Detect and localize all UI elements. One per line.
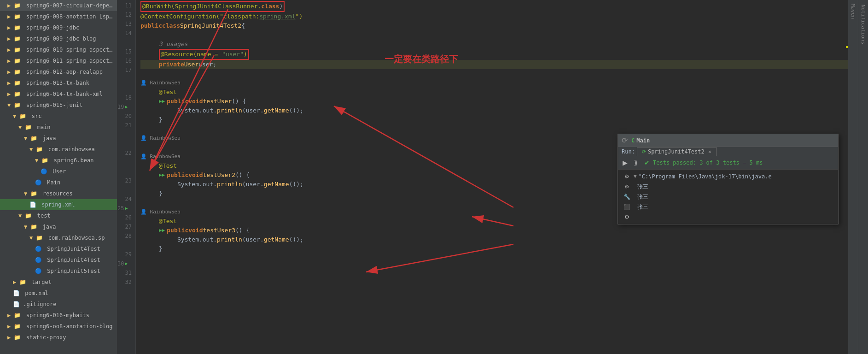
run-panel-toolbar: ▶ ⟫ ✔ Tests passed: 3 of 3 tests – 5 ms [618, 156, 838, 170]
folder-icon: ▼ 📁 [18, 212, 32, 219]
sidebar-item-user[interactable]: 🔵 User [0, 166, 117, 177]
folder-icon: ▼ 📁 [13, 113, 26, 119]
sidebar-item-spring-oo8[interactable]: ▶ 📁 spring6-oo8-anotation-blog [0, 321, 117, 332]
run-label: Run: [620, 148, 637, 156]
sidebar-item-springjunit4test2[interactable]: 🔵 SpringJunit4Test [0, 254, 117, 266]
folder-icon: ▼ 📁 [24, 135, 37, 142]
file-tree[interactable]: ▶ 📁 spring6-007-circular-depender ▶ 📁 sp… [0, 0, 117, 354]
code-line-30: ▶▶ public void testUser3() { [140, 226, 848, 235]
run-output: ⚙ ▼ "C:\Program Files\Java\jdk-17\bin\ja… [618, 170, 838, 224]
output-settings-btn[interactable]: ⚙ [622, 171, 632, 182]
sidebar-item-main[interactable]: ▼ 📁 main [0, 122, 117, 133]
sidebar-item-target[interactable]: ▶ 📁 target [0, 277, 117, 288]
sidebar-item-spring6bean[interactable]: ▼ 📁 spring6.bean [0, 155, 117, 166]
sidebar-item-test[interactable]: ▼ 📁 test [0, 210, 117, 221]
run-icon: ⟳ [622, 136, 628, 145]
sidebar-item-spring016[interactable]: ▶ 📁 spring6-016-mybaits [0, 310, 117, 321]
sidebar-item-spring008[interactable]: ▶ 📁 spring6-008-anotation [spring6 [0, 11, 117, 22]
code-container: 11 12 13 14 · 15 16 17 · · 18 19▶ 20 21 … [117, 0, 848, 354]
folder-icon: ▶ 📁 [7, 312, 21, 319]
run-panel-header: ⟳ C Main [618, 134, 838, 147]
output-tools-btn[interactable]: 🔧 [622, 192, 632, 202]
run-gutter-icon-2[interactable]: ▶▶ [159, 171, 165, 180]
folder-icon: ▶ 📁 [7, 91, 21, 97]
maven-panel[interactable]: Maven [848, 0, 858, 354]
code-line-15: @Resource(name = "user") [140, 49, 848, 60]
code-usages: 3 usages [140, 40, 848, 49]
code-editor[interactable]: @RunWith(SpringJUnit4ClassRunner.class) … [136, 0, 848, 354]
folder-icon: ▼ 📁 [24, 190, 37, 197]
sidebar-item-gitignore[interactable]: 📄 .gitignore [0, 299, 117, 310]
sidebar-item-static-proxy[interactable]: ▶ 📁 static-proxy [0, 332, 117, 343]
code-line-20: System.out.println(user.getName()); [140, 106, 848, 115]
code-line-16: private User user; [140, 60, 848, 69]
code-line-18: @Test [140, 88, 848, 97]
sidebar-item-spring013[interactable]: ▶ 📁 spring6-013-tx-bank [0, 77, 117, 88]
run-gutter-icon-3[interactable]: ▶▶ [159, 226, 165, 235]
sidebar-item-spring010[interactable]: ▶ 📁 spring6-010-spring-aspectj-ao [0, 44, 117, 55]
sidebar-item-resources[interactable]: ▼ 📁 resources [0, 188, 117, 199]
line-numbers: 11 12 13 14 · 15 16 17 · · 18 19▶ 20 21 … [117, 0, 136, 354]
sidebar-item-spring009-blog[interactable]: ▶ 📁 spring6-009-jdbc-blog [0, 33, 117, 44]
code-line-19: ▶▶ public void testUser() { [140, 97, 848, 106]
run-gutter-icon[interactable]: ▶▶ [159, 97, 165, 106]
folder-icon: ▶ 📁 [13, 279, 26, 285]
code-line-22 [140, 124, 848, 134]
run-panel-title: C Main [631, 137, 650, 144]
sidebar-item-springjunit5test[interactable]: 🔵 SpringJunit5Test [0, 266, 117, 277]
sidebar-item-src[interactable]: ▼ 📁 src [0, 111, 117, 122]
notifications-label: Notifications [860, 5, 866, 44]
code-line-13: public class SpringJunit4Test2 { [140, 21, 848, 30]
maven-label: Maven [850, 4, 856, 19]
xml-icon: 📄 [29, 201, 36, 208]
sidebar-item-spring011[interactable]: ▶ 📁 spring6-011-spring-aspectj-ao [0, 55, 117, 66]
xml-icon: 📄 [13, 290, 20, 296]
notifications-panel[interactable]: Notifications [858, 0, 868, 354]
folder-icon: ▶ 📁 [7, 58, 21, 64]
code-line-21: } [140, 115, 848, 124]
sidebar-item-com-rainbowsea-sp[interactable]: ▼ 📁 com.rainbowsea.sp [0, 232, 117, 243]
folder-icon: ▶ 📁 [7, 35, 21, 42]
run-button[interactable]: ▶ [620, 158, 630, 168]
run-tab-springjunit4test2[interactable]: ⟳ SpringJunit4Test2 ✕ [637, 147, 717, 156]
folder-icon: ▼ 📁 [24, 224, 37, 230]
folder-icon: ▶ 📁 [7, 334, 21, 341]
folder-icon: ▶ 📁 [7, 13, 21, 20]
sidebar-item-spring007[interactable]: ▶ 📁 spring6-007-circular-depender [0, 0, 117, 11]
code-line-14 [140, 30, 848, 40]
sidebar-item-main-class[interactable]: 🔵 Main [0, 177, 117, 188]
sidebar-item-springxml[interactable]: 📄 spring.xml [0, 199, 117, 210]
folder-icon: ▼ 📁 [29, 146, 43, 153]
rainbowsea-comment-1: 👤 RainbowSea [140, 78, 848, 88]
folder-icon: ▼ 📁 [29, 235, 43, 241]
folder-icon: ▶ 📁 [7, 323, 21, 330]
sidebar-item-java[interactable]: ▼ 📁 java [0, 133, 117, 144]
sidebar-item-spring014[interactable]: ▶ 📁 spring6-014-tx-bank-xml [0, 88, 117, 100]
code-line-17 [140, 69, 848, 78]
java-icon: 🔵 [35, 179, 42, 186]
folder-icon: ▶ 📁 [7, 80, 21, 86]
sidebar-item-spring012[interactable]: ▶ 📁 spring6-012-aop-realapp [0, 66, 117, 77]
editor-area: 11 12 13 14 · 15 16 17 · · 18 19▶ 20 21 … [117, 0, 848, 354]
java-icon: 🔵 [35, 246, 42, 252]
sidebar-item-springjunit4test1[interactable]: 🔵 SpringJunit4Test [0, 243, 117, 254]
output-stop-btn[interactable]: ⬛ [622, 202, 632, 212]
output-extra-btn[interactable]: ⚙ [622, 212, 632, 222]
folder-icon: ▶ 📁 [7, 69, 21, 75]
code-line-31: System.out.println(user.getName()); [140, 235, 848, 244]
sidebar-item-pomxml[interactable]: 📄 pom.xml [0, 288, 117, 299]
status-text: Tests passed: 3 of 3 tests – 5 ms [653, 159, 763, 166]
folder-icon: ▶ 📁 [7, 47, 21, 53]
tests-passed-check: ✔ [642, 158, 652, 168]
sidebar-item-spring009[interactable]: ▶ 📁 spring6-009-jdbc [0, 22, 117, 33]
folder-icon: ▼ 📁 [7, 102, 21, 108]
yellow-marker [846, 46, 848, 48]
rerun-button[interactable]: ⟫ [631, 158, 641, 168]
output-config-btn[interactable]: ⚙ [622, 182, 632, 192]
java-icon: 🔵 [41, 168, 47, 175]
code-line-32: } [140, 244, 848, 254]
sidebar-item-spring015[interactable]: ▼ 📁 spring6-015-junit [0, 100, 117, 111]
java-icon: 🔵 [35, 257, 42, 263]
sidebar-item-rainbowsea[interactable]: ▼ 📁 com.rainbowsea [0, 144, 117, 155]
sidebar-item-test-java[interactable]: ▼ 📁 java [0, 221, 117, 232]
